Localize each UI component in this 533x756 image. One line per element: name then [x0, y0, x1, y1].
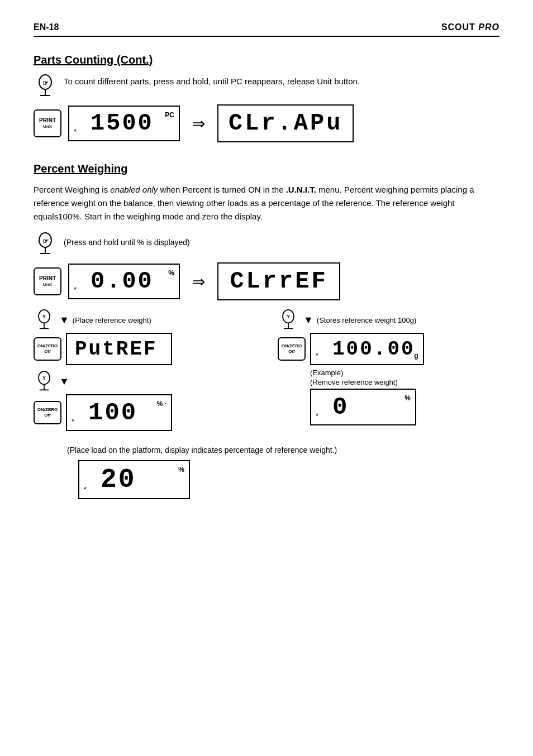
left-column: Y ▼ (Place reference weight) ON/ZERO Off…	[34, 309, 255, 434]
display-value-20: 20	[87, 465, 136, 495]
y-btn-stores-row: Y ▼ (Stores reference weight 100g)	[278, 309, 499, 331]
onzero-btn-left-2[interactable]: ON/ZERO Off	[34, 401, 61, 424]
100-row: ON/ZERO Off * 100 % ·	[34, 394, 255, 431]
star-2: *	[74, 285, 77, 294]
display-000: * 0.00 %	[68, 264, 180, 299]
display-value-000: 0.00	[77, 268, 154, 295]
star-5: *	[316, 412, 318, 420]
display-value-clrref: CLrrEF	[230, 268, 327, 295]
stores-ref-label: (Stores reference weight 100g)	[317, 316, 416, 324]
print-unit-button-parts[interactable]: PRINT Unit	[34, 109, 61, 137]
10000-row: ON/ZERO Off * 100.00 g	[278, 333, 499, 365]
down-arrow-right: ▼	[303, 314, 313, 326]
down-arrow-left: ▼	[59, 314, 69, 326]
display-0-percent: * 0 %	[310, 389, 416, 425]
page-header: EN-18 SCOUT PRO	[34, 22, 499, 37]
svg-text:☞: ☞	[42, 79, 49, 87]
press-hold-label: (Press and hold until % is displayed)	[64, 238, 190, 247]
display-100: * 100 % ·	[66, 394, 172, 431]
down-arrow-left-2: ▼	[59, 376, 69, 387]
display-putref: PutREF	[66, 333, 172, 365]
percent-weighing-para: Percent Weighing is enabled only when Pe…	[34, 183, 499, 223]
display-20: * 20 %	[78, 460, 190, 499]
print-unit-button-percent[interactable]: PRINT Unit	[34, 267, 61, 295]
display-value-0: 0	[319, 393, 349, 421]
example-label: (Example)	[310, 369, 499, 377]
percent-weighing-title: Percent Weighing	[34, 162, 499, 175]
press-display-row: PRINT Unit * 0.00 % ⇒ CLrrEF	[34, 262, 499, 300]
hand-press-icon: ☞	[34, 74, 57, 98]
display-unit-percent-final: %	[178, 466, 184, 473]
hand-press-icon-2: ☞	[34, 232, 57, 256]
two-col-section: Y ▼ (Place reference weight) ON/ZERO Off…	[34, 309, 499, 434]
star-1: *	[74, 127, 77, 136]
0-percent-row: * 0 %	[310, 389, 499, 425]
remove-label: (Remove reference weight)	[310, 378, 499, 386]
display-value-clrapu: CLr.APu	[229, 110, 342, 137]
y-btn-place-row: Y ▼ (Place reference weight)	[34, 309, 255, 331]
star-6: *	[84, 485, 87, 494]
svg-text:Y: Y	[42, 314, 46, 319]
svg-text:Y: Y	[287, 314, 290, 319]
arrow-right-2: ⇒	[192, 272, 205, 291]
place-ref-label: (Place reference weight)	[73, 316, 151, 324]
onzero-btn-left[interactable]: ON/ZERO Off	[34, 337, 61, 361]
hand-y-icon-left: Y	[34, 309, 55, 331]
display-unit-percent-dot: % ·	[157, 400, 166, 408]
display-value-10000: 100.00	[319, 338, 415, 361]
display-1500: * 1500 PC	[68, 106, 180, 141]
display-unit-percent: %	[168, 269, 174, 277]
display-10000: * 100.00 g	[310, 333, 424, 365]
display-clrref: CLrrEF	[217, 262, 340, 300]
display-value-100: 100	[75, 399, 137, 427]
display-unit-percent-2: %	[404, 394, 411, 402]
parts-counting-displays-row: PRINT Unit * 1500 PC ⇒ CLr.APu	[34, 104, 499, 142]
y-btn-row2: Y ▼	[34, 371, 255, 392]
display-value-putref: PutREF	[75, 338, 158, 361]
bottom-note: (Place load on the platform, display ind…	[67, 446, 499, 454]
arrow-right-1: ⇒	[192, 114, 205, 133]
onzero-btn-right[interactable]: ON/ZERO Off	[278, 337, 306, 361]
percent-weighing-section: Percent Weighing Percent Weighing is ena…	[34, 162, 499, 499]
svg-text:☞: ☞	[42, 237, 49, 245]
star-3: *	[72, 417, 74, 425]
display-value-1500: 1500	[77, 110, 154, 137]
press-hold-row: ☞ (Press and hold until % is displayed)	[34, 232, 499, 256]
parts-counting-instruction-row: ☞ To count different parts, press and ho…	[34, 74, 499, 98]
parts-counting-section: Parts Counting (Cont.) ☞ To count differ…	[34, 54, 499, 142]
display-unit-g: g	[414, 352, 418, 360]
parts-counting-instruction: To count different parts, press and hold…	[64, 75, 360, 88]
final-display-row: * 20 %	[78, 460, 499, 499]
hand-y-icon-right: Y	[278, 309, 299, 331]
display-unit-pc: PC	[165, 111, 174, 119]
right-column: Y ▼ (Stores reference weight 100g) ON/ZE…	[278, 309, 499, 429]
brand-name: SCOUT PRO	[441, 22, 499, 32]
display-clrapu: CLr.APu	[217, 104, 354, 142]
svg-text:Y: Y	[42, 375, 46, 381]
star-4: *	[316, 351, 318, 360]
hand-y-icon-left-2: Y	[34, 371, 55, 392]
putref-row: ON/ZERO Off PutREF	[34, 333, 255, 365]
page-number: EN-18	[34, 22, 59, 32]
parts-counting-title: Parts Counting (Cont.)	[34, 54, 499, 66]
